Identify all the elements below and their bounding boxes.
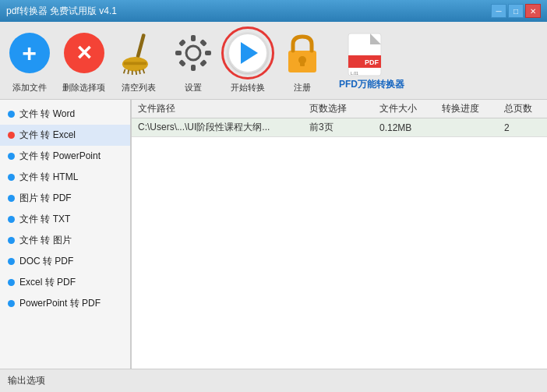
svg-rect-14 [178, 39, 186, 47]
sidebar-item-excel[interactable]: 文件 转 Excel [0, 125, 130, 146]
sidebar: 文件 转 Word 文件 转 Excel 文件 转 PowerPoint 文件 … [0, 100, 131, 369]
dot-excel2pdf [8, 279, 15, 286]
svg-rect-2 [123, 62, 146, 65]
svg-line-4 [128, 69, 129, 74]
sidebar-label-img2pdf: 图片 转 PDF [19, 192, 72, 205]
pdf-logo-icon: PDF L.01 [347, 32, 393, 79]
sidebar-label-ppt: 文件 转 PowerPoint [19, 150, 101, 163]
svg-rect-10 [191, 35, 196, 41]
maximize-button[interactable]: □ [508, 4, 524, 18]
svg-line-3 [123, 69, 125, 73]
svg-point-9 [186, 46, 200, 60]
register-label: 注册 [294, 82, 311, 94]
sidebar-item-excel2pdf[interactable]: Excel 转 PDF [0, 272, 130, 293]
clear-list-label: 清空列表 [122, 82, 156, 94]
settings-button[interactable]: 设置 [171, 28, 214, 94]
svg-line-7 [139, 69, 139, 74]
gear-icon-container [171, 28, 214, 79]
file-table: 文件路径 页数选择 文件大小 转换进度 总页数 C:\Users\...\UI阶… [131, 100, 547, 369]
delete-select-button[interactable]: 删除选择项 [62, 28, 105, 94]
dot-excel [8, 132, 15, 139]
sidebar-label-word: 文件 转 Word [19, 108, 75, 121]
sidebar-label-ppt2pdf: PowerPoint 转 PDF [19, 297, 101, 310]
toolbar: 添加文件 删除选择项 清空列表 [0, 22, 547, 100]
play-outer-ring [221, 26, 274, 79]
lock-icon-container [281, 28, 323, 79]
broom-icon-container [117, 28, 160, 79]
svg-line-6 [136, 70, 136, 75]
bottom-bar: 输出选项 [0, 369, 547, 392]
dot-doc2pdf [8, 258, 15, 265]
dot-ppt2pdf [8, 300, 15, 307]
add-file-button[interactable]: 添加文件 [8, 28, 51, 94]
sidebar-label-excel: 文件 转 Excel [19, 129, 76, 142]
sidebar-item-img[interactable]: 文件 转 图片 [0, 230, 130, 251]
add-icon [9, 33, 50, 73]
col-header-total: 总页数 [498, 102, 545, 115]
cell-pages-0: 前3页 [303, 121, 373, 134]
cell-total-0: 2 [498, 122, 545, 133]
register-button[interactable]: 注册 [281, 28, 323, 94]
dot-img [8, 237, 15, 244]
add-file-label: 添加文件 [12, 82, 47, 94]
broom-icon [119, 32, 158, 75]
svg-text:L.01: L.01 [351, 71, 358, 76]
minimize-button[interactable]: ─ [491, 4, 506, 18]
output-options-label: 输出选项 [8, 374, 45, 387]
svg-rect-20 [300, 60, 305, 66]
dot-ppt [8, 153, 15, 160]
col-header-progress: 转换进度 [436, 102, 498, 115]
clear-list-button[interactable]: 清空列表 [117, 28, 160, 94]
window-controls: ─ □ ✕ [491, 4, 541, 18]
col-header-path: 文件路径 [132, 102, 303, 115]
sidebar-label-txt: 文件 转 TXT [19, 213, 70, 226]
sidebar-item-ppt2pdf[interactable]: PowerPoint 转 PDF [0, 293, 130, 314]
settings-label: 设置 [185, 82, 202, 94]
delete-select-label: 删除选择项 [62, 82, 105, 94]
start-convert-label: 开始转换 [231, 82, 265, 94]
gear-icon [173, 33, 214, 73]
col-header-pages: 页数选择 [303, 102, 373, 115]
play-wrapper [226, 28, 269, 79]
sidebar-item-txt[interactable]: 文件 转 TXT [0, 209, 130, 230]
svg-rect-0 [136, 33, 146, 58]
pdf-logo-icon-container: PDF L.01 [339, 30, 401, 81]
title-bar: pdf转换器 免费试用版 v4.1 ─ □ ✕ [0, 0, 547, 22]
sidebar-label-excel2pdf: Excel 转 PDF [19, 276, 76, 289]
play-icon-container [226, 28, 269, 79]
app-title: pdf转换器 免费试用版 v4.1 [6, 5, 117, 18]
svg-rect-17 [199, 59, 207, 67]
sidebar-label-img: 文件 转 图片 [19, 234, 72, 247]
svg-rect-15 [199, 39, 207, 47]
brand-label: PFD万能转换器 [339, 78, 404, 91]
sidebar-label-doc2pdf: DOC 转 PDF [19, 255, 73, 268]
dot-html [8, 174, 15, 181]
dot-txt [8, 216, 15, 223]
brand-area: PDF L.01 PFD万能转换器 [339, 30, 404, 91]
table-row[interactable]: C:\Users\...\UI阶段性课程大纲... 前3页 0.12MB 2 [132, 118, 547, 137]
svg-rect-11 [191, 65, 196, 71]
sidebar-item-word[interactable]: 文件 转 Word [0, 104, 130, 125]
sidebar-item-doc2pdf[interactable]: DOC 转 PDF [0, 251, 130, 272]
svg-rect-16 [178, 59, 186, 67]
cell-size-0: 0.12MB [373, 122, 436, 133]
svg-line-8 [143, 69, 144, 73]
dot-word [8, 111, 15, 118]
table-header: 文件路径 页数选择 文件大小 转换进度 总页数 [132, 100, 547, 118]
sidebar-item-img2pdf[interactable]: 图片 转 PDF [0, 188, 130, 209]
close-button[interactable]: ✕ [525, 4, 541, 18]
svg-text:PDF: PDF [365, 58, 379, 66]
col-header-size: 文件大小 [373, 102, 436, 115]
delete-icon [64, 33, 104, 73]
main-area: 文件 转 Word 文件 转 Excel 文件 转 PowerPoint 文件 … [0, 100, 547, 369]
cell-path-0: C:\Users\...\UI阶段性课程大纲... [132, 121, 303, 134]
sidebar-label-html: 文件 转 HTML [19, 171, 78, 184]
lock-icon [282, 30, 323, 76]
svg-rect-13 [205, 51, 211, 55]
svg-rect-12 [175, 51, 182, 55]
start-convert-button[interactable]: 开始转换 [226, 28, 269, 94]
sidebar-item-ppt[interactable]: 文件 转 PowerPoint [0, 146, 130, 167]
add-file-icon-container [8, 28, 51, 79]
sidebar-item-html[interactable]: 文件 转 HTML [0, 167, 130, 188]
delete-select-icon-container [62, 28, 105, 79]
